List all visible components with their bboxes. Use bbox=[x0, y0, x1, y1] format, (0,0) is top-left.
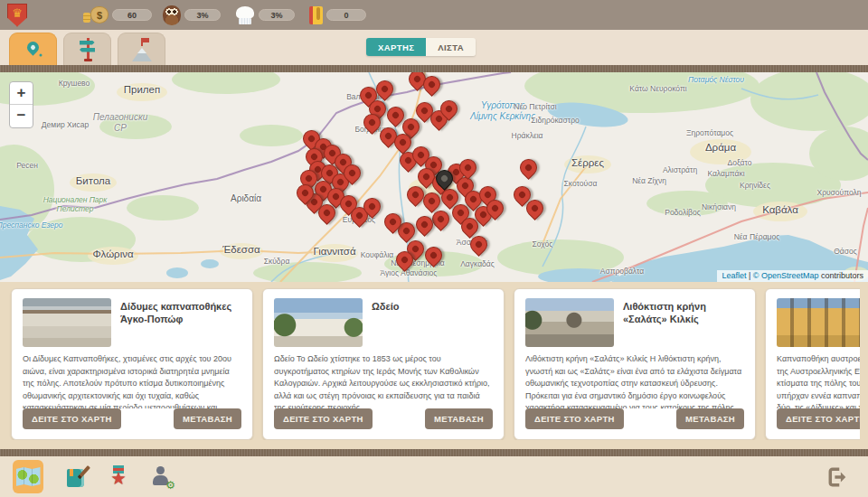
map-view-button[interactable]: ΧΑΡΤΗΣ bbox=[366, 38, 426, 56]
map-pin-icon bbox=[24, 39, 41, 55]
card-description: Λιθόκτιστη κρήνη «Σαλάτς» Κιλκίς Η λιθόκ… bbox=[525, 353, 744, 408]
stat-cooking: 3% bbox=[235, 6, 295, 24]
chef-hat-icon bbox=[235, 6, 255, 24]
shield-crown-icon: ♛ bbox=[7, 4, 27, 27]
divider-bottom bbox=[0, 449, 868, 456]
see-on-map-button[interactable]: ΔΕΙΤΕ ΣΤΟ ΧΑΡΤΗ bbox=[777, 408, 860, 429]
cooking-value: 3% bbox=[259, 9, 295, 21]
poi-card: Δίδυμες καπναποθήκες Άγκο-Ποπώφ Οι Δίδυμ… bbox=[11, 288, 253, 440]
poi-card: Ωδείο Ωδείο Το Ωδείο χτίστηκε το 1853 ως… bbox=[262, 288, 505, 440]
list-view-button[interactable]: ΛΙΣΤΑ bbox=[426, 38, 476, 56]
card-photo bbox=[777, 298, 860, 347]
app-window: ♛ $ 60 3% 3% 0 ΧΑΡΤΗΣ ΛΙΣΤΑ bbox=[0, 0, 868, 497]
zoom-in-button[interactable]: + bbox=[10, 82, 33, 105]
see-on-map-button[interactable]: ΔΕΙΤΕ ΣΤΟ ΧΑΡΤΗ bbox=[525, 408, 624, 429]
logout-button[interactable] bbox=[825, 465, 848, 489]
mountain-flag-icon bbox=[131, 38, 153, 61]
view-toggle: ΧΑΡΤΗΣ ΛΙΣΤΑ bbox=[366, 38, 476, 56]
map-markers-layer bbox=[0, 72, 868, 282]
tab-bar: ΧΑΡΤΗΣ ΛΙΣΤΑ bbox=[0, 30, 868, 65]
map-marker[interactable] bbox=[516, 155, 541, 180]
card-photo bbox=[274, 298, 363, 347]
knowledge-value: 3% bbox=[184, 9, 221, 21]
tab-challenges[interactable] bbox=[118, 33, 165, 65]
see-on-map-button[interactable]: ΔΕΙΤΕ ΣΤΟ ΧΑΡΤΗ bbox=[23, 408, 121, 429]
card-title: Δίδυμες καπναποθήκες Άγκο-Ποπώφ bbox=[120, 298, 241, 347]
goto-button[interactable]: ΜΕΤΑΒΑΣΗ bbox=[425, 408, 493, 429]
menu-book-icon bbox=[309, 6, 323, 24]
poi-card: Λιθόκτιστη κρήνη «Σαλάτς» Κιλκίς Λιθόκτι… bbox=[514, 288, 756, 440]
user-settings-icon: ⚙ bbox=[150, 466, 174, 488]
crown-icon: ♛ bbox=[12, 7, 23, 19]
owl-icon bbox=[163, 5, 181, 25]
zoom-out-button[interactable]: − bbox=[10, 105, 33, 127]
card-photo bbox=[23, 298, 111, 347]
map-attribution: Leaflet | © OpenStreetMap contributors bbox=[717, 270, 868, 282]
bottom-toolbar: ★ ⚙ bbox=[0, 456, 868, 497]
goto-button[interactable]: ΜΕΤΑΒΑΣΗ bbox=[676, 408, 744, 429]
see-on-map-button[interactable]: ΔΕΙΤΕ ΣΤΟ ΧΑΡΤΗ bbox=[274, 408, 373, 429]
journal-icon bbox=[67, 466, 87, 487]
attribution-rest: contributors bbox=[821, 271, 863, 280]
money-value: 60 bbox=[112, 9, 152, 21]
toolbar-map-button[interactable] bbox=[13, 460, 43, 493]
map-icon bbox=[16, 467, 41, 486]
poi-card: Καπναποθήκη αυστροελληνικής εταιρείας Κα… bbox=[765, 288, 860, 440]
card-title: Ωδείο bbox=[372, 298, 400, 347]
map-marker[interactable] bbox=[421, 243, 446, 267]
toolbar-profile-button[interactable]: ⚙ bbox=[150, 466, 174, 488]
divider-top bbox=[0, 65, 868, 72]
stat-money: $ 60 bbox=[81, 6, 152, 23]
tab-routes[interactable] bbox=[63, 33, 111, 65]
card-description: Ωδείο Το Ωδείο χτίστηκε το 1853 ως μέρος… bbox=[274, 353, 493, 408]
toolbar-journal-button[interactable] bbox=[67, 466, 87, 487]
attribution-divider: | bbox=[749, 271, 750, 280]
signpost-icon bbox=[78, 38, 98, 61]
money-bag-icon: $ bbox=[90, 6, 108, 23]
card-description: Καπναποθήκη αυστροελληνικής εταιρείας Η … bbox=[777, 353, 860, 408]
card-description: Οι Δίδυμες Καπναποθήκες, χτισμένες στις … bbox=[23, 353, 241, 408]
goto-button[interactable]: ΜΕΤΑΒΑΣΗ bbox=[174, 408, 241, 429]
cards-section: Δίδυμες καπναποθήκες Άγκο-Ποπώφ Οι Δίδυμ… bbox=[0, 282, 868, 449]
cards-row: Δίδυμες καπναποθήκες Άγκο-Ποπώφ Οι Δίδυμ… bbox=[0, 282, 860, 440]
toolbar-achievements-button[interactable]: ★ bbox=[110, 465, 127, 489]
stat-knowledge: 3% bbox=[163, 5, 221, 25]
recipes-value: 0 bbox=[326, 9, 366, 21]
osm-link[interactable]: © OpenStreetMap bbox=[753, 271, 819, 280]
card-photo bbox=[525, 298, 614, 347]
map[interactable]: КрушевоПрилепПелагониски СРДемир ХисарРе… bbox=[0, 72, 868, 282]
medal-star-icon: ★ bbox=[110, 465, 127, 489]
map-zoom-control: + − bbox=[9, 81, 33, 128]
leaflet-link[interactable]: Leaflet bbox=[722, 271, 746, 280]
stats-bar: ♛ $ 60 3% 3% 0 bbox=[0, 0, 868, 30]
stat-recipes: 0 bbox=[309, 6, 366, 24]
card-title: Λιθόκτιστη κρήνη «Σαλάτς» Κιλκίς bbox=[623, 298, 744, 347]
tab-places[interactable] bbox=[9, 33, 57, 65]
exit-icon bbox=[825, 465, 848, 489]
